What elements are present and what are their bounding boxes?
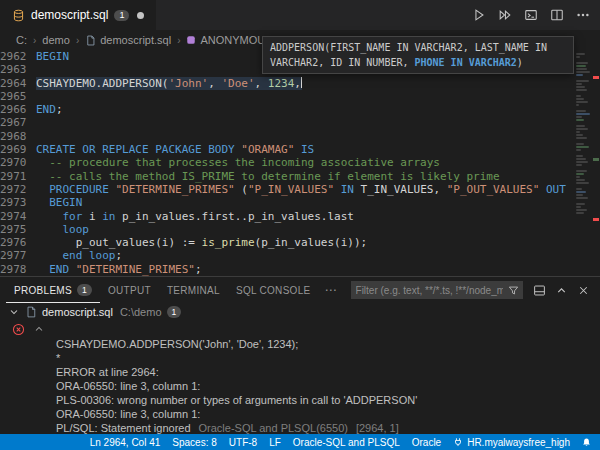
more-tabs-icon[interactable]: ⋯ (319, 283, 343, 297)
close-panel-icon[interactable] (577, 284, 590, 297)
minimap[interactable] (574, 52, 591, 276)
line-number: 2970 (0, 156, 36, 169)
problem-source: Oracle-SQL and PLSQL(6550) (199, 422, 348, 434)
symbol-icon (186, 35, 196, 45)
text-cursor (301, 77, 303, 88)
modified-dot[interactable] (137, 12, 144, 19)
line-number: 2968 (0, 130, 36, 143)
filter-icon[interactable] (508, 285, 519, 296)
breadcrumb-separator-icon: › (76, 35, 79, 46)
line-content: BEGIN (36, 196, 82, 209)
code-line[interactable]: 2974 for i in p_in_values.first..p_in_va… (0, 210, 572, 223)
run-icon[interactable] (472, 8, 486, 22)
line-number: 2965 (0, 90, 36, 103)
open-panel-in-editor-icon[interactable] (533, 284, 546, 297)
line-number: 2975 (0, 223, 36, 236)
code-line[interactable]: 2965 (0, 90, 572, 103)
line-number: 2976 (0, 236, 36, 249)
line-number: 2974 (0, 210, 36, 223)
line-content: BEGIN (36, 50, 69, 63)
problem-position: [2964, 1] (356, 422, 399, 434)
panel-actions (533, 284, 594, 297)
filter-input[interactable] (351, 285, 508, 296)
tab-demoscript[interactable]: demoscript.sql 1 (0, 0, 156, 30)
line-number: 2963 (0, 63, 36, 76)
line-content: PROCEDURE "DETERMINE_PRIMES" ("P_IN_VALU… (36, 183, 572, 196)
run-all-icon[interactable] (498, 8, 512, 22)
panel-tab-problems[interactable]: PROBLEMS1 (6, 277, 100, 303)
parameter-hint-line: ADDPERSON(FIRST_NAME IN VARCHAR2, LAST_N… (270, 40, 566, 55)
problems-file-row[interactable]: demoscript.sql C:\demo 1 (0, 303, 600, 321)
editor-tab-bar: demoscript.sql 1 (0, 0, 600, 30)
panel-tab-bar: PROBLEMS1OUTPUTTERMINALSQL CONSOLE ⋯ (0, 277, 600, 303)
parameter-hint-line: VARCHAR2, ID IN NUMBER, PHONE IN VARCHAR… (270, 55, 566, 70)
breadcrumb-item-demo[interactable]: demo (42, 34, 70, 46)
line-content: END; (36, 103, 63, 116)
code-line[interactable]: 2969CREATE OR REPLACE PACKAGE BODY "ORAM… (0, 143, 572, 156)
breadcrumb-separator-icon: › (177, 35, 180, 46)
code-line[interactable]: 2967 (0, 116, 572, 129)
editor[interactable]: 2962BEGIN29632964CSHAYDEMO.ADDPERSON('Jo… (0, 50, 600, 276)
status-item-lf[interactable]: LF (263, 434, 287, 450)
problems-filter[interactable] (351, 281, 523, 299)
bell-icon[interactable] (576, 437, 600, 448)
sql-console-icon[interactable] (524, 8, 538, 22)
status-item-ln-2964-col-41[interactable]: Ln 2964, Col 41 (84, 434, 167, 450)
problem-message-line[interactable]: PLS-00306: wrong number or types of argu… (0, 393, 600, 407)
panel-tab-badge: 1 (77, 284, 92, 296)
problems-count-badge: 1 (167, 306, 182, 318)
split-editor-icon[interactable] (550, 8, 564, 22)
problem-message: CSHAYDEMO.ADDPERSON('John', 'Doe', 1234)… (0, 337, 600, 434)
tab-bar-spacer (156, 0, 600, 30)
line-number: 2966 (0, 103, 36, 116)
breadcrumb-item-c[interactable]: C: (16, 34, 27, 46)
error-icon (12, 323, 25, 336)
status-item-oracle-sql-and-plsql[interactable]: Oracle-SQL and PLSQL (287, 434, 406, 450)
line-number: 2969 (0, 143, 36, 156)
breadcrumb-item-demoscript-sql[interactable]: demoscript.sql (85, 34, 171, 46)
panel-tab-terminal[interactable]: TERMINAL (159, 277, 228, 303)
code-line[interactable]: 2966END; (0, 103, 572, 116)
code-lines[interactable]: 2962BEGIN29632964CSHAYDEMO.ADDPERSON('Jo… (0, 50, 572, 276)
status-item-hr-myalwaysfree-high[interactable]: HR.myalwaysfree_high (447, 434, 576, 450)
line-content: end loop; (36, 249, 122, 262)
sql-file-icon (12, 9, 25, 22)
problem-message-line[interactable]: ERROR at line 2964: (0, 365, 600, 379)
code-line[interactable]: 2972 PROCEDURE "DETERMINE_PRIMES" ("P_IN… (0, 183, 572, 196)
code-line[interactable]: 2976 p_out_values(i) := is_prime(p_in_va… (0, 236, 572, 249)
overview-ruler[interactable] (592, 50, 600, 276)
code-line[interactable]: 2968 (0, 130, 572, 143)
panel-tab-output[interactable]: OUTPUT (100, 277, 159, 303)
code-line[interactable]: 2964CSHAYDEMO.ADDPERSON('John', 'Doe', 1… (0, 77, 572, 90)
maximize-panel-icon[interactable] (555, 284, 568, 297)
status-item-oracle[interactable]: Oracle (406, 434, 447, 450)
line-number: 2962 (0, 50, 36, 63)
panel-tab-sql-console[interactable]: SQL CONSOLE (228, 277, 319, 303)
line-content: -- procedure that processes the incoming… (36, 156, 440, 169)
problem-message-line[interactable]: CSHAYDEMO.ADDPERSON('John', 'Doe', 1234)… (0, 337, 600, 351)
code-line[interactable]: 2977 end loop; (0, 249, 572, 262)
ruler-error-mark (593, 76, 599, 79)
line-content: -- calls the method IS_PRIME to determin… (36, 170, 500, 183)
code-line[interactable]: 2975 loop (0, 223, 572, 236)
collapse-message-chevron-up-icon[interactable] (33, 323, 45, 335)
editor-actions (472, 8, 590, 22)
code-line[interactable]: 2970 -- procedure that processes the inc… (0, 156, 572, 169)
problem-message-line[interactable]: ORA-06550: line 3, column 1: (0, 379, 600, 393)
more-actions-icon[interactable] (576, 8, 590, 22)
line-content: CSHAYDEMO.ADDPERSON('John', 'Doe', 1234, (36, 77, 302, 90)
problem-message-line[interactable]: PL/SQL: Statement ignoredOracle-SQL and … (0, 421, 600, 434)
problem-row[interactable] (0, 321, 600, 337)
code-line[interactable]: 2978 END "DETERMINE_PRIMES"; (0, 263, 572, 276)
line-content: p_out_values(i) := is_prime(p_in_values(… (36, 236, 367, 249)
line-content: CREATE OR REPLACE PACKAGE BODY "ORAMAG" … (36, 143, 314, 156)
status-bar: Ln 2964, Col 41Spaces: 8UTF-8LFOracle-SQ… (0, 434, 600, 450)
code-line[interactable]: 2971 -- calls the method IS_PRIME to det… (0, 170, 572, 183)
problem-message-line[interactable]: * (0, 351, 600, 365)
status-item-utf-8[interactable]: UTF-8 (223, 434, 263, 450)
status-item-spaces-8[interactable]: Spaces: 8 (166, 434, 222, 450)
code-line[interactable]: 2973 BEGIN (0, 196, 572, 209)
file-icon (85, 35, 96, 46)
problem-message-line[interactable]: ORA-06550: line 3, column 1: (0, 407, 600, 421)
chevron-down-icon[interactable] (8, 306, 20, 318)
